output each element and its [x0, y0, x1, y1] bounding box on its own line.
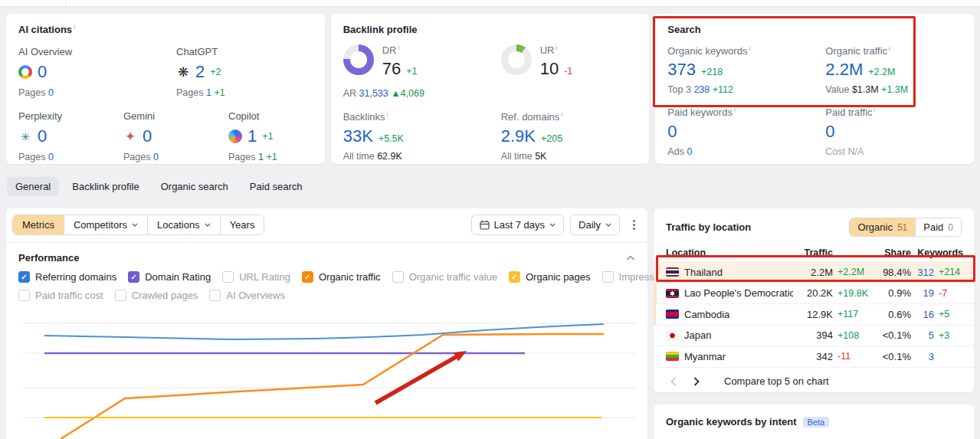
metric-checkbox[interactable]: AI Overviews [209, 290, 285, 301]
keywords-value[interactable]: 5 [911, 329, 934, 341]
metric-checkbox[interactable]: Organic traffic [302, 271, 381, 283]
backlinks-value[interactable]: 33K [343, 126, 373, 146]
checkbox[interactable] [128, 271, 139, 283]
date-range-picker[interactable]: Last 7 days [471, 215, 565, 235]
col-traffic[interactable]: Traffic [793, 247, 833, 258]
metrics-button[interactable]: Metrics [13, 215, 64, 234]
organic-traffic-label: Organic traffici [825, 45, 962, 57]
traffic-by-location-card: Traffic by location Organic51 Paid0 Loca… [654, 208, 974, 392]
locations-dropdown[interactable]: Locations [147, 215, 220, 234]
ai-source-icon [18, 129, 32, 143]
metric-checkbox[interactable]: Referring domains [18, 271, 116, 283]
location-row[interactable]: Lao People's Democratic Reput 20.2K +19.… [654, 283, 974, 304]
ur-block: URi 10-1 [501, 44, 637, 84]
ai-citations-count[interactable]: 1 [247, 126, 257, 146]
prev-page-icon[interactable] [666, 375, 681, 388]
traffic-delta: +2.2M [833, 267, 871, 277]
more-options-icon[interactable] [626, 216, 641, 234]
pages-count[interactable]: 1 [206, 87, 211, 98]
organic-traffic-value[interactable]: 2.2M [825, 60, 863, 80]
beta-badge: Beta [803, 417, 830, 428]
ai-citations-count[interactable]: 0 [143, 126, 152, 146]
traffic-value: 342 [793, 351, 833, 362]
metric-checkbox[interactable]: Organic traffic value [392, 271, 497, 283]
paid-traffic-value[interactable]: 0 [825, 122, 834, 142]
metric-checkbox[interactable]: URL Rating [222, 271, 290, 283]
metric-label: Organic pages [526, 271, 591, 283]
keywords-value[interactable]: 19 [911, 287, 934, 299]
ai-citations-count[interactable]: 0 [38, 126, 47, 146]
checkbox[interactable] [509, 271, 520, 283]
location-row[interactable]: Myanmar 342 -11 <0.1% 3 [654, 346, 974, 367]
performance-line-chart[interactable] [9, 300, 644, 439]
keywords-value[interactable]: 312 [911, 267, 934, 278]
years-button[interactable]: Years [220, 215, 264, 234]
country-flag-icon [666, 331, 679, 340]
keywords-value[interactable]: 3 [911, 351, 934, 362]
next-page-icon[interactable] [689, 375, 704, 388]
paid-keywords-label: Paid keywordsi [667, 106, 825, 118]
metric-checkbox[interactable]: Paid traffic cost [18, 290, 103, 301]
granularity-dropdown[interactable]: Daily [570, 215, 620, 235]
checkbox[interactable] [602, 271, 614, 283]
cost-value: N/A [848, 146, 864, 157]
checkbox[interactable] [115, 290, 126, 301]
pages-count[interactable]: 0 [153, 152, 159, 162]
location-row[interactable]: Thailand 2.2M +2.2M 98.4% 312 +214 [654, 261, 974, 283]
ads-value[interactable]: 0 [687, 146, 692, 157]
tab[interactable]: Backlink profile [64, 177, 147, 196]
info-icon: i [874, 106, 876, 113]
col-keywords[interactable]: Keywords [911, 247, 963, 258]
tab[interactable]: Paid search [241, 177, 311, 196]
pages-label: Pages [18, 87, 45, 98]
location-row[interactable]: Cambodia 12.9K +117 0.6% 16 +5 [654, 303, 974, 325]
ai-citation-item: Perplexity 0 Pages 0 [18, 110, 123, 162]
country-name: Japan [684, 329, 711, 341]
share-bar [654, 283, 657, 304]
checkbox[interactable] [209, 290, 221, 301]
metric-checkbox[interactable]: Organic pages [509, 271, 591, 283]
paid-traffic-label: Paid traffici [825, 106, 962, 118]
metric-checkbox[interactable]: Domain Rating [128, 271, 211, 283]
paid-keywords-value[interactable]: 0 [667, 122, 677, 142]
checkbox[interactable] [392, 271, 404, 283]
share-value: 0.6% [871, 309, 911, 320]
tab[interactable]: Organic search [152, 177, 237, 196]
col-share[interactable]: Share [871, 247, 911, 258]
compare-top5-link[interactable]: Compare top 5 on chart [724, 375, 829, 387]
toggle-option[interactable]: Organic51 [850, 218, 915, 236]
metric-label: AI Overviews [226, 290, 285, 301]
checkbox[interactable] [18, 271, 30, 283]
info-icon: i [749, 45, 750, 52]
ai-source-icon [176, 65, 190, 79]
ai-citations-count[interactable]: 0 [38, 62, 47, 82]
ahrefs-rank-value[interactable]: 31,533 [359, 88, 388, 99]
collapse-section-button[interactable] [626, 255, 635, 261]
ai-source-label: Copilot [228, 110, 313, 122]
pages-count[interactable]: 1 [258, 152, 264, 162]
location-pagination-row: Compare top 5 on chart [654, 367, 974, 395]
organic-keywords-value[interactable]: 373 [667, 60, 696, 80]
performance-chart-card: Metrics Competitors Locations Years Last… [6, 208, 647, 439]
tab[interactable]: General [7, 177, 59, 196]
ai-citations-count[interactable]: 2 [195, 62, 205, 82]
checkbox[interactable] [302, 271, 313, 283]
location-row[interactable]: Japan 394 +108 <0.1% 5 +3 [654, 325, 974, 346]
pages-count[interactable]: 0 [48, 87, 54, 98]
share-value: <0.1% [871, 329, 911, 341]
toggle-option[interactable]: Paid0 [915, 218, 961, 236]
metric-checkbox[interactable]: Crawled pages [115, 290, 198, 301]
checkbox[interactable] [222, 271, 234, 283]
checkbox[interactable] [18, 290, 30, 301]
dr-value: 76 [382, 59, 401, 79]
info-icon: i [889, 45, 890, 52]
ref-domains-value[interactable]: 2.9K [501, 126, 536, 146]
top-strip [0, 0, 980, 7]
pages-count[interactable]: 0 [48, 152, 54, 162]
share-value: 0.9% [871, 287, 911, 299]
top3-value[interactable]: 238 [693, 84, 710, 95]
competitors-dropdown[interactable]: Competitors [64, 215, 147, 234]
keywords-value[interactable]: 16 [911, 309, 934, 320]
section-tabs: General Backlink profile Organic search … [7, 177, 311, 196]
organic-paid-toggle: Organic51 Paid0 [849, 218, 962, 237]
